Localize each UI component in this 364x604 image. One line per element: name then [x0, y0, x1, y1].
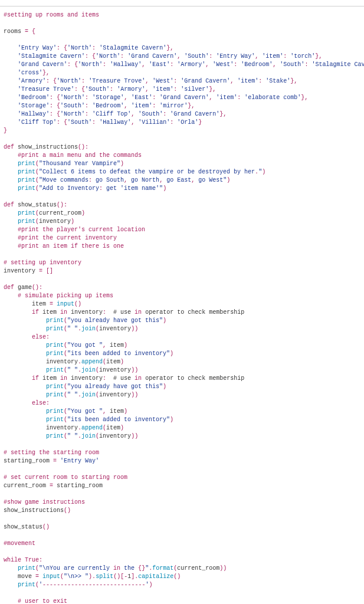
code-line: inventory.append(item) — [4, 425, 124, 431]
code-line: while True: — [4, 557, 42, 563]
code-line: print("you already have got this") — [4, 383, 166, 390]
code-line: rooms = { — [4, 28, 35, 35]
code-line: print(inventory) — [4, 218, 74, 225]
code-line: print(" ".join(inventory)) — [4, 326, 138, 332]
code-line: show_instructions() — [4, 507, 71, 514]
code-line: print("its been added to inventory") — [4, 416, 173, 423]
code-line: print("Add to Inventory: get 'item name'… — [4, 185, 166, 192]
code-line: print("its been added to inventory") — [4, 350, 173, 357]
code-line: current_room = starting_room — [4, 482, 103, 489]
code-line: 'Bedroom': {'North': 'Storage', 'East': … — [4, 94, 308, 101]
code-line: if item in inventory: # use in operator … — [4, 375, 244, 382]
code-line: print(" ".join(inventory)) — [4, 392, 138, 398]
code-line: 'Stalagmite Cavern': {'North': 'Grand Ca… — [4, 53, 322, 60]
code-line: #print a main menu and the commands — [4, 152, 142, 159]
code-line: # setting up inventory — [4, 260, 81, 266]
code-line: # setting the starting room — [4, 449, 99, 456]
code-line: 'Treasure Trove': {'South': 'Armory', 'i… — [4, 86, 216, 93]
code-line: 'cross'}, — [4, 70, 50, 76]
code-line: 'Cliff Top': {'South': 'Hallway', 'Villi… — [4, 119, 202, 126]
code-line: #print an item if there is one — [4, 243, 124, 250]
code-line: 'Hallway': {'North': 'Cliff Top', 'South… — [4, 111, 227, 117]
code-line: print("you already have got this") — [4, 317, 166, 324]
code-line: print("Thousand Year Vampire") — [4, 160, 124, 167]
code-line: starting_room = 'Entry Way' — [4, 458, 99, 464]
code-line: print('-----------------------------') — [4, 582, 153, 588]
code-line: def game(): — [4, 284, 42, 291]
code-block: #setting up rooms and items rooms = { 'E… — [0, 6, 364, 604]
code-line: # set current room to starting room — [4, 474, 127, 481]
code-line: print(" ".join(inventory)) — [4, 367, 138, 373]
code-line: inventory = [] — [4, 268, 53, 274]
code-line: show_status() — [4, 524, 50, 530]
code-line: print(" ".join(inventory)) — [4, 433, 138, 439]
code-line: def show_status(): — [4, 202, 67, 208]
code-line: 'Armory': {'North': 'Treasure Trove', 'W… — [4, 78, 297, 84]
code-line: else: — [4, 400, 50, 406]
code-line: #show game instructions — [4, 499, 85, 505]
code-line: print(current_room) — [4, 210, 85, 216]
code-line: print("Move commands: go South, go North… — [4, 177, 230, 183]
code-line: #print the player's current location — [4, 226, 145, 233]
code-line: # simulate picking up items — [4, 293, 113, 299]
code-line: def show_instructions(): — [4, 144, 88, 150]
code-line: inventory.append(item) — [4, 359, 124, 365]
code-line: 'Storage': {'South': 'Bedroom', 'item': … — [4, 103, 195, 109]
code-line: #print the current inventory — [4, 235, 117, 241]
code-line: #setting up rooms and items — [4, 12, 99, 18]
code-line: item = input() — [4, 301, 81, 307]
code-line: print("\nYou are currently in the {}".fo… — [4, 565, 227, 572]
code-line: print("Collect 6 items to defeat the vam… — [4, 169, 265, 175]
code-line: print("You got ", item) — [4, 342, 127, 349]
code-line: print("You got ", item) — [4, 408, 127, 415]
code-line: 'Grand Cavern': {'North': 'Hallway', 'Ea… — [4, 61, 364, 68]
code-line: } — [4, 127, 7, 134]
code-line: #movement — [4, 540, 35, 547]
code-line: move = input("\n>> ").split()[-1].capita… — [4, 573, 181, 580]
code-line: if item in inventory: # use in operator … — [4, 309, 244, 316]
code-line: else: — [4, 334, 50, 340]
code-line: # user to exit — [4, 598, 67, 604]
code-line: 'Entry Way': {'North': 'Stalagmite Caver… — [4, 45, 173, 51]
